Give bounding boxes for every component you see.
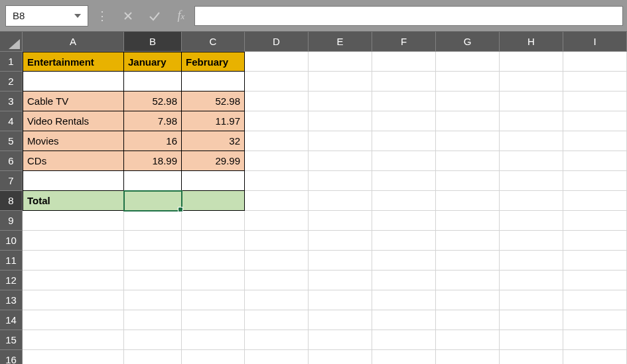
row-header-4[interactable]: 4 <box>0 111 23 131</box>
cell-G9[interactable] <box>436 211 500 231</box>
cell-G3[interactable] <box>436 91 500 111</box>
vertical-dots-icon[interactable]: ⋮ <box>96 9 108 23</box>
insert-function-button[interactable]: fx <box>168 0 194 32</box>
cell-A5[interactable]: Movies <box>23 131 124 151</box>
cell-F6[interactable] <box>372 151 436 171</box>
cell-G5[interactable] <box>436 131 500 151</box>
cell-B4[interactable]: 7.98 <box>124 111 182 131</box>
cell-I10[interactable] <box>563 231 627 251</box>
column-header-E[interactable]: E <box>309 32 372 52</box>
cell-E10[interactable] <box>309 231 372 251</box>
chevron-down-icon[interactable] <box>74 14 81 18</box>
cell-I5[interactable] <box>563 131 627 151</box>
cell-E11[interactable] <box>309 251 372 271</box>
cell-F11[interactable] <box>372 251 436 271</box>
cell-D5[interactable] <box>245 131 309 151</box>
cell-I16[interactable] <box>563 350 627 364</box>
cell-B13[interactable] <box>124 290 182 310</box>
cell-F2[interactable] <box>372 72 436 91</box>
cell-I12[interactable] <box>563 271 627 290</box>
cell-C9[interactable] <box>182 211 245 231</box>
cell-H9[interactable] <box>500 211 563 231</box>
enter-button[interactable] <box>141 0 168 32</box>
cell-H16[interactable] <box>500 350 563 364</box>
cell-B3[interactable]: 52.98 <box>124 91 182 111</box>
row-header-8[interactable]: 8 <box>0 191 23 211</box>
cell-C2[interactable] <box>182 72 245 91</box>
name-box[interactable]: B8 <box>5 5 88 27</box>
column-header-A[interactable]: A <box>23 32 124 52</box>
row-header-7[interactable]: 7 <box>0 171 23 191</box>
cell-F10[interactable] <box>372 231 436 251</box>
cell-D11[interactable] <box>245 251 309 271</box>
cell-H1[interactable] <box>500 52 563 72</box>
cell-D2[interactable] <box>245 72 309 91</box>
spreadsheet-grid[interactable]: ABCDEFGHI1EntertainmentJanuaryFebruary23… <box>0 32 627 364</box>
row-header-2[interactable]: 2 <box>0 72 23 91</box>
cell-E14[interactable] <box>309 310 372 330</box>
cell-F9[interactable] <box>372 211 436 231</box>
cell-D6[interactable] <box>245 151 309 171</box>
cell-E7[interactable] <box>309 171 372 191</box>
cell-D4[interactable] <box>245 111 309 131</box>
cell-H15[interactable] <box>500 330 563 350</box>
cell-I11[interactable] <box>563 251 627 271</box>
cell-G4[interactable] <box>436 111 500 131</box>
row-header-6[interactable]: 6 <box>0 151 23 171</box>
cell-H7[interactable] <box>500 171 563 191</box>
cell-C13[interactable] <box>182 290 245 310</box>
cell-C14[interactable] <box>182 310 245 330</box>
cell-D7[interactable] <box>245 171 309 191</box>
column-header-C[interactable]: C <box>182 32 245 52</box>
column-header-F[interactable]: F <box>372 32 436 52</box>
row-header-9[interactable]: 9 <box>0 211 23 231</box>
cell-C4[interactable]: 11.97 <box>182 111 245 131</box>
cell-H11[interactable] <box>500 251 563 271</box>
cell-B6[interactable]: 18.99 <box>124 151 182 171</box>
cell-E9[interactable] <box>309 211 372 231</box>
cell-D10[interactable] <box>245 231 309 251</box>
row-header-16[interactable]: 16 <box>0 350 23 364</box>
cell-A9[interactable] <box>23 211 124 231</box>
cell-G11[interactable] <box>436 251 500 271</box>
cell-I15[interactable] <box>563 330 627 350</box>
column-header-H[interactable]: H <box>500 32 563 52</box>
row-header-15[interactable]: 15 <box>0 330 23 350</box>
cell-H5[interactable] <box>500 131 563 151</box>
cell-I7[interactable] <box>563 171 627 191</box>
cell-B14[interactable] <box>124 310 182 330</box>
cell-G8[interactable] <box>436 191 500 211</box>
cell-E8[interactable] <box>309 191 372 211</box>
row-header-5[interactable]: 5 <box>0 131 23 151</box>
cell-H6[interactable] <box>500 151 563 171</box>
cell-B10[interactable] <box>124 231 182 251</box>
cell-C12[interactable] <box>182 271 245 290</box>
cell-G6[interactable] <box>436 151 500 171</box>
column-header-I[interactable]: I <box>563 32 627 52</box>
cell-I1[interactable] <box>563 52 627 72</box>
cell-A12[interactable] <box>23 271 124 290</box>
cell-B2[interactable] <box>124 72 182 91</box>
cell-A6[interactable]: CDs <box>23 151 124 171</box>
cell-A8[interactable]: Total <box>23 191 124 211</box>
cell-A14[interactable] <box>23 310 124 330</box>
row-header-14[interactable]: 14 <box>0 310 23 330</box>
cell-D9[interactable] <box>245 211 309 231</box>
row-header-11[interactable]: 11 <box>0 251 23 271</box>
cell-C1[interactable]: February <box>182 52 245 72</box>
cell-E6[interactable] <box>309 151 372 171</box>
cell-F3[interactable] <box>372 91 436 111</box>
row-header-3[interactable]: 3 <box>0 91 23 111</box>
cell-G7[interactable] <box>436 171 500 191</box>
cell-G10[interactable] <box>436 231 500 251</box>
cell-H4[interactable] <box>500 111 563 131</box>
row-header-1[interactable]: 1 <box>0 52 23 72</box>
cell-I14[interactable] <box>563 310 627 330</box>
cell-A4[interactable]: Video Rentals <box>23 111 124 131</box>
cell-F4[interactable] <box>372 111 436 131</box>
cell-C6[interactable]: 29.99 <box>182 151 245 171</box>
cell-B7[interactable] <box>124 171 182 191</box>
cell-C15[interactable] <box>182 330 245 350</box>
cell-A15[interactable] <box>23 330 124 350</box>
cell-I8[interactable] <box>563 191 627 211</box>
